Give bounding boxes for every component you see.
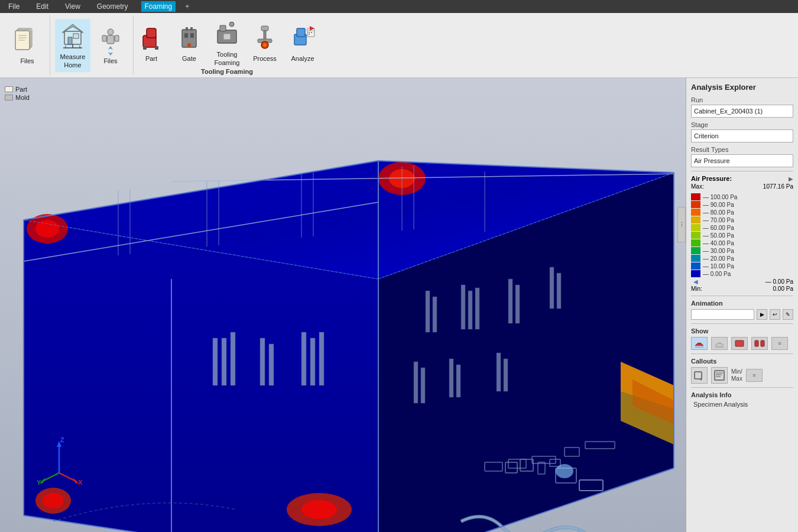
svg-rect-43	[309, 32, 310, 33]
min-label: Min:	[691, 286, 702, 292]
svg-point-32	[229, 22, 234, 27]
svg-rect-28	[186, 27, 188, 31]
legend-mold: Mold	[5, 94, 30, 101]
callouts-row: Min/Max ≡	[691, 367, 793, 384]
process-icon	[251, 23, 279, 54]
color-legend-row: — 50.00 Pa	[691, 232, 793, 239]
color-label: — 20.00 Pa	[703, 255, 734, 262]
svg-rect-23	[155, 46, 158, 50]
svg-rect-132	[735, 340, 744, 346]
svg-rect-25	[184, 33, 188, 38]
analyze-button[interactable]: Analyze	[285, 17, 320, 70]
show-icon-more[interactable]: ≡	[771, 337, 788, 350]
move-button[interactable]: Files	[93, 19, 128, 72]
panel-title: Analysis Explorer	[691, 83, 793, 92]
part-icon	[137, 23, 166, 54]
viewport[interactable]: Z X Y	[0, 78, 686, 532]
measure-home-button[interactable]: MeasureHome	[55, 19, 90, 72]
legend-part-swatch	[5, 86, 13, 92]
svg-rect-79	[260, 338, 265, 385]
callout-btn-1[interactable]	[691, 367, 708, 384]
color-legend-row: — 30.00 Pa	[691, 247, 793, 254]
color-swatch	[691, 255, 700, 262]
menu-edit[interactable]: Edit	[33, 1, 52, 12]
svg-marker-18	[108, 46, 113, 50]
rewind-button[interactable]: ↩	[770, 309, 780, 320]
svg-point-59	[301, 500, 337, 519]
legend-part: Part	[5, 86, 30, 93]
animation-slider[interactable]	[691, 309, 754, 320]
svg-rect-97	[497, 353, 501, 391]
callouts-more[interactable]: ≡	[746, 369, 763, 382]
gate-button[interactable]: Gate	[171, 17, 207, 70]
svg-point-14	[108, 29, 113, 35]
color-label: — 10.00 Pa	[703, 263, 734, 270]
svg-rect-78	[231, 332, 235, 385]
tooling-foaming-label: ToolingFoaming	[215, 51, 240, 66]
svg-rect-95	[449, 359, 453, 397]
tooling-foaming-button[interactable]: ToolingFoaming	[209, 17, 245, 70]
menu-plus[interactable]: +	[185, 2, 189, 11]
svg-rect-96	[456, 365, 460, 397]
animation-bar: ▶ ↩ ✎	[691, 309, 793, 320]
legend-left: Part Mold	[5, 86, 30, 102]
min-max-label: Min/Max	[731, 368, 742, 382]
toolbar-group-measure: MeasureHome Files	[50, 15, 134, 75]
files-button[interactable]: Files	[9, 19, 45, 72]
play-button[interactable]: ▶	[757, 309, 767, 320]
run-label: Run	[691, 96, 793, 103]
gate-label: Gate	[182, 55, 196, 63]
svg-rect-76	[213, 338, 218, 385]
menu-geometry[interactable]: Geometry	[93, 1, 132, 12]
color-label: — 100.00 Pa	[703, 194, 737, 200]
expand-btn[interactable]: ▶	[789, 176, 793, 182]
svg-rect-89	[508, 279, 512, 323]
analysis-info-label: Analysis Info	[691, 391, 793, 398]
color-legend-row: — 0.00 Pa	[691, 270, 793, 277]
color-label: — 80.00 Pa	[703, 209, 734, 216]
svg-rect-40	[297, 28, 305, 37]
toolbar-group-files: Files	[5, 15, 50, 75]
svg-rect-87	[468, 291, 472, 329]
process-button[interactable]: Process	[247, 17, 283, 70]
panel-expand-button[interactable]: ⋮	[677, 207, 686, 242]
svg-point-57	[43, 493, 64, 508]
foaming-group-label: Tooling Foaming	[201, 68, 253, 75]
show-icon-4[interactable]	[751, 337, 768, 350]
svg-marker-19	[108, 52, 113, 56]
callout-btn-2[interactable]	[711, 367, 728, 384]
color-label: — 70.00 Pa	[703, 217, 734, 223]
svg-rect-29	[190, 27, 193, 31]
show-icon-3[interactable]	[731, 337, 748, 350]
stage-input[interactable]	[691, 129, 793, 142]
show-icon-2[interactable]	[711, 337, 728, 350]
svg-rect-92	[557, 273, 561, 309]
run-input[interactable]	[691, 105, 793, 118]
menu-file[interactable]: File	[5, 1, 23, 12]
files-label: Files	[20, 57, 34, 65]
move-icon	[96, 25, 125, 56]
svg-rect-133	[755, 340, 758, 346]
files-icon	[13, 25, 41, 56]
svg-rect-84	[426, 291, 430, 332]
show-icon-1[interactable]	[691, 337, 708, 350]
menu-foaming[interactable]: Foaming	[141, 1, 176, 12]
stage-label: Stage	[691, 121, 793, 128]
svg-rect-22	[143, 46, 147, 50]
svg-rect-16	[102, 35, 106, 41]
max-value: 1077.16 Pa	[763, 183, 793, 190]
menu-view[interactable]: View	[61, 1, 84, 12]
animation-label: Animation	[691, 300, 793, 307]
forward-button[interactable]: ✎	[783, 309, 793, 320]
svg-rect-134	[761, 340, 764, 346]
result-types-input[interactable]	[691, 154, 793, 167]
part-button[interactable]: Part	[134, 17, 169, 70]
svg-rect-8	[68, 37, 72, 44]
color-swatch	[691, 224, 700, 231]
svg-rect-15	[107, 35, 114, 44]
svg-rect-83	[319, 332, 324, 385]
color-legend: — 100.00 Pa— 90.00 Pa— 80.00 Pa— 70.00 P…	[691, 193, 793, 277]
color-swatch	[691, 239, 700, 246]
move-label: Files	[103, 57, 117, 65]
process-label: Process	[253, 55, 277, 63]
